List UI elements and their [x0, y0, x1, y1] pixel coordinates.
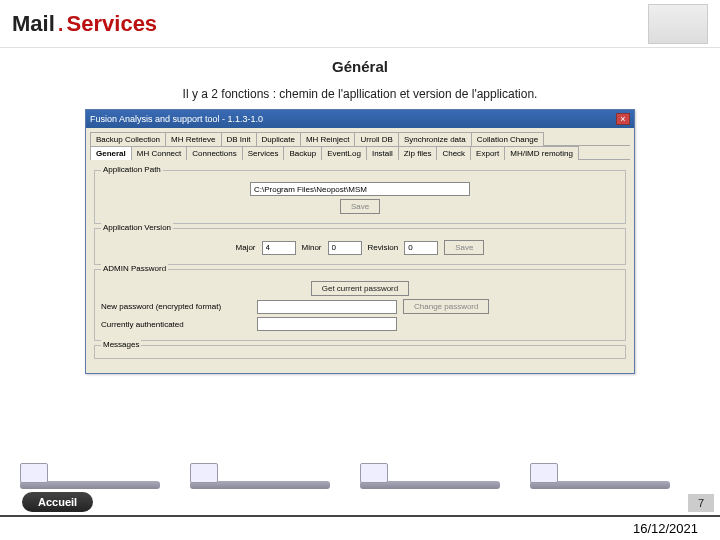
footer-illustration [0, 444, 720, 504]
confirm-label: Currently authenticated [101, 320, 251, 329]
tab-install[interactable]: Install [366, 146, 399, 160]
tab-db-init[interactable]: DB Init [221, 132, 257, 146]
printer-icon [530, 459, 670, 489]
major-input[interactable] [262, 241, 296, 255]
printer-icon [190, 459, 330, 489]
page-number: 7 [688, 494, 714, 512]
header: Mail . Services [0, 0, 720, 48]
printer-icon [360, 459, 500, 489]
tab-collation[interactable]: Collation Change [471, 132, 544, 146]
tab-connections[interactable]: Connections [186, 146, 242, 160]
printer-icon [20, 459, 160, 489]
tab-mh-reinject[interactable]: MH Reinject [300, 132, 356, 146]
group-app-version: Application Version Major Minor Revision… [94, 228, 626, 265]
change-password-button[interactable]: Change password [403, 299, 489, 314]
content: Général Il y a 2 fonctions : chemin de l… [0, 48, 720, 374]
minor-label: Minor [302, 243, 322, 252]
major-label: Major [236, 243, 256, 252]
new-password-label: New password (encrypted format) [101, 302, 251, 311]
new-password-input[interactable] [257, 300, 397, 314]
revision-label: Revision [368, 243, 399, 252]
app-path-input[interactable] [250, 182, 470, 196]
tab-backup[interactable]: Backup [283, 146, 322, 160]
group-label-messages: Messages [101, 340, 141, 349]
minor-input[interactable] [328, 241, 362, 255]
group-label-path: Application Path [101, 165, 163, 174]
tab-zipfiles[interactable]: Zip files [398, 146, 438, 160]
dialog-body: Backup Collection MH Retrieve DB Init Du… [86, 128, 634, 373]
group-label-version: Application Version [101, 223, 173, 232]
tab-urroll-db[interactable]: Urroll DB [354, 132, 398, 146]
tab-content: Application Path Save Application Versio… [90, 160, 630, 369]
tab-services[interactable]: Services [242, 146, 285, 160]
tab-mh-connect[interactable]: MH Connect [131, 146, 187, 160]
page-title: Général [24, 58, 696, 75]
save-version-button[interactable]: Save [444, 240, 484, 255]
tab-mh-retrieve[interactable]: MH Retrieve [165, 132, 221, 146]
tabs-row-1: Backup Collection MH Retrieve DB Init Du… [90, 132, 630, 146]
tab-general[interactable]: General [90, 146, 132, 160]
page-subtitle: Il y a 2 fonctions : chemin de l'apllica… [24, 87, 696, 101]
date-footer: 16/12/2021 [0, 515, 720, 536]
get-password-button[interactable]: Get current password [311, 281, 409, 296]
close-icon[interactable]: × [616, 113, 630, 125]
group-admin-password: ADMIN Password Get current password New … [94, 269, 626, 341]
accueil-button[interactable]: Accueil [22, 492, 93, 512]
tab-remoting[interactable]: MH/IMD remoting [504, 146, 579, 160]
header-thumbnail [648, 4, 708, 44]
group-app-path: Application Path Save [94, 170, 626, 224]
group-messages: Messages [94, 345, 626, 359]
tab-duplicate[interactable]: Duplicate [256, 132, 301, 146]
tabs-row-2: General MH Connect Connections Services … [90, 146, 630, 160]
dialog-titlebar: Fusion Analysis and support tool - 1.1.3… [86, 110, 634, 128]
tab-export[interactable]: Export [470, 146, 505, 160]
logo-services: Services [67, 11, 158, 37]
dialog-title: Fusion Analysis and support tool - 1.1.3… [90, 114, 263, 124]
tab-backup-collection[interactable]: Backup Collection [90, 132, 166, 146]
save-path-button[interactable]: Save [340, 199, 380, 214]
dialog-window: Fusion Analysis and support tool - 1.1.3… [85, 109, 635, 374]
tab-synchronize[interactable]: Synchronize data [398, 132, 472, 146]
group-label-password: ADMIN Password [101, 264, 168, 273]
revision-input[interactable] [404, 241, 438, 255]
tab-check[interactable]: Check [436, 146, 471, 160]
logo-mail: Mail [12, 11, 55, 37]
confirm-input[interactable] [257, 317, 397, 331]
tab-eventlog[interactable]: EventLog [321, 146, 367, 160]
logo: Mail . Services [12, 11, 157, 37]
